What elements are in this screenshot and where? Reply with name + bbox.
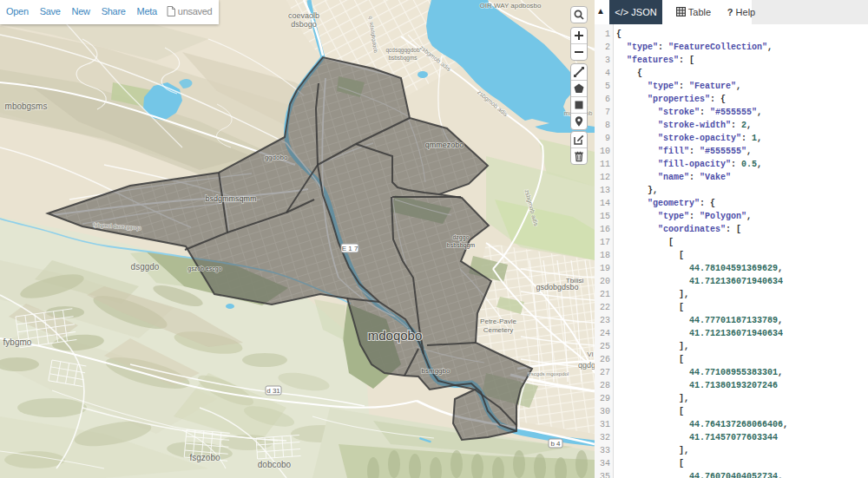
svg-text:zscgds mgoxpdol: zscgds mgoxpdol bbox=[529, 371, 569, 377]
svg-text:mdoqobo: mdoqobo bbox=[368, 328, 423, 343]
svg-text:fybgmo: fybgmo bbox=[3, 337, 32, 347]
svg-text:b 4: b 4 bbox=[550, 440, 561, 448]
svg-text:d 31: d 31 bbox=[266, 387, 280, 395]
svg-text:OIR WAY apdbosbo: OIR WAY apdbosbo bbox=[480, 2, 542, 10]
svg-text:Petre-Pavle: Petre-Pavle bbox=[480, 318, 516, 325]
svg-text:Tbilisi: Tbilisi bbox=[566, 277, 584, 285]
svg-text:coevaolb: coevaolb bbox=[288, 11, 319, 20]
svg-text:dzggo: dzggo bbox=[452, 234, 469, 241]
svg-text:fsgzobo: fsgzobo bbox=[189, 453, 220, 462]
svg-text:qcdsqgqgdob: qcdsqgqgdob bbox=[385, 47, 419, 54]
svg-text:mbobgsms: mbobgsms bbox=[5, 101, 48, 111]
svg-text:bsmggbo: bsmggbo bbox=[422, 367, 450, 375]
svg-text:Cemetery: Cemetery bbox=[483, 326, 514, 334]
svg-text:ggdobo: ggdobo bbox=[265, 154, 288, 161]
svg-text:bsdgmmsqmm: bsdgmmsqmm bbox=[205, 194, 256, 203]
svg-text:gszob escgo: gszob escgo bbox=[187, 265, 221, 272]
svg-text:dobcobo: dobcobo bbox=[258, 460, 292, 469]
svg-text:VI: VI bbox=[587, 350, 594, 358]
svg-text:dsggdo: dsggdo bbox=[131, 262, 160, 272]
svg-text:qgdg: qgdg bbox=[578, 361, 595, 370]
svg-text:bsbsbqgms: bsbsbqgms bbox=[388, 55, 418, 62]
svg-text:bsbsbqgm: bsbsbqgm bbox=[447, 242, 475, 249]
svg-text:dsbogo: dsbogo bbox=[291, 20, 317, 29]
svg-text:qmmezobo: qmmezobo bbox=[425, 141, 464, 149]
svg-text:E 1 7: E 1 7 bbox=[342, 245, 358, 252]
